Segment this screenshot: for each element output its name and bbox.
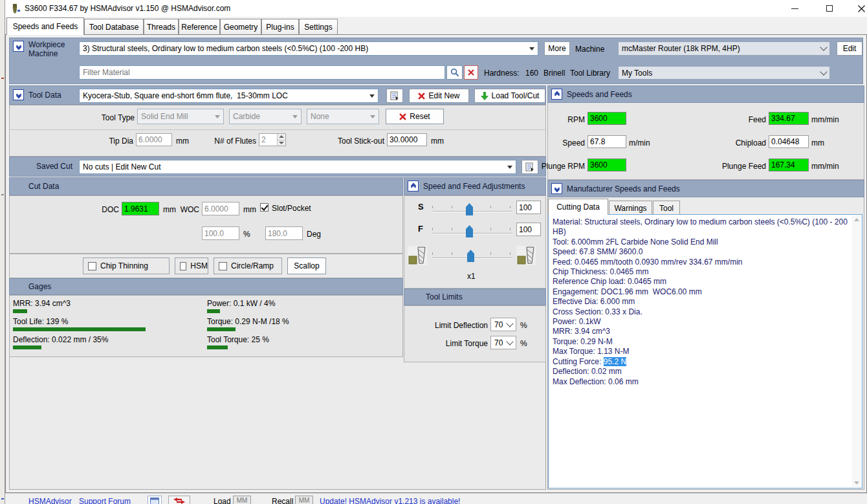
tab-plug-ins[interactable]: Plug-ins bbox=[261, 19, 299, 34]
window-panel-button[interactable] bbox=[148, 496, 162, 504]
hardness-unit: Brinell bbox=[543, 69, 565, 78]
tab-tool[interactable]: Tool bbox=[653, 201, 680, 215]
multiplier-label: x1 bbox=[467, 272, 476, 281]
edit-new-tool-button[interactable]: Edit New bbox=[409, 89, 469, 103]
tab-warnings[interactable]: Warnings bbox=[609, 201, 652, 215]
flutes-stepper[interactable]: 2 bbox=[259, 133, 286, 146]
tool-material-select[interactable]: Carbide bbox=[229, 109, 302, 124]
scroll-up-icon[interactable] bbox=[854, 218, 859, 221]
doc-value: 1.9631 bbox=[124, 204, 148, 214]
background-fragment bbox=[1, 194, 4, 195]
update-link[interactable]: Update! HSMAdvisor v1.213 is available! bbox=[320, 497, 460, 504]
engagement-angle-value: 180.0 bbox=[268, 229, 287, 238]
feed-adjust-input[interactable]: 100 bbox=[516, 223, 541, 236]
select-tool-from-database-button[interactable] bbox=[386, 89, 403, 103]
woc-value: 6.0000 bbox=[204, 204, 228, 214]
chip-thinning-checkbox[interactable] bbox=[88, 262, 96, 270]
plunge-feed-output[interactable]: 167.34 bbox=[769, 159, 809, 171]
tab-threads[interactable]: Threads bbox=[144, 19, 179, 34]
load-units-box[interactable]: MM bbox=[233, 496, 251, 504]
stepper-up-button[interactable] bbox=[278, 134, 285, 140]
speed-input[interactable]: 67.8 bbox=[587, 135, 626, 148]
stickout-unit: mm bbox=[431, 137, 444, 146]
engagement-percent-input[interactable]: 100.0 bbox=[202, 226, 239, 240]
reset-button[interactable]: Reset bbox=[386, 109, 444, 124]
more-button[interactable]: More bbox=[544, 41, 570, 56]
saved-cut-select[interactable]: No cuts | Edit New Cut bbox=[79, 160, 516, 174]
tab-label: Tool bbox=[659, 204, 674, 213]
tool-type-select[interactable]: Solid End Mill bbox=[137, 109, 224, 124]
clear-filter-button[interactable] bbox=[464, 65, 478, 80]
minimize-button[interactable] bbox=[780, 0, 809, 17]
tip-dia-input[interactable]: 6.0000 bbox=[136, 133, 172, 146]
tab-reference[interactable]: Reference bbox=[179, 19, 220, 34]
machine-select[interactable]: mcMaster Router (18k RPM, 4HP) bbox=[618, 41, 830, 56]
feed-output[interactable]: 334.67 bbox=[769, 112, 809, 125]
red-swap-arrows-icon bbox=[173, 498, 185, 504]
gage-deflection-label: Deflection: 0.022 mm / 35% bbox=[13, 335, 108, 344]
hsm-option[interactable]: HSM bbox=[175, 257, 208, 274]
chipload-input[interactable]: 0.04648 bbox=[769, 135, 809, 148]
support-forum-link[interactable]: Support Forum bbox=[79, 497, 131, 504]
doc-input[interactable]: 1.9631 bbox=[122, 202, 159, 215]
stepper-down-button[interactable] bbox=[278, 140, 285, 146]
filter-material-input[interactable] bbox=[79, 65, 445, 80]
limit-deflection-select[interactable]: 70 bbox=[490, 318, 516, 331]
circle-ramp-option[interactable]: Circle/Ramp bbox=[214, 257, 282, 274]
tab-geometry[interactable]: Geometry bbox=[220, 19, 261, 34]
stickout-input[interactable]: 30.0000 bbox=[387, 133, 427, 146]
limit-torque-select[interactable]: 70 bbox=[490, 336, 516, 349]
cutting-data-line: Chip Thickness: 0.0465 mm bbox=[553, 267, 849, 277]
screen: S3600 F334.67 by HSMAdvisor v1.150 @ HSM… bbox=[0, 0, 867, 504]
tool-select[interactable]: Kyocera-Stub, Square end-short 6mm flute… bbox=[79, 89, 379, 103]
tab-speeds-and-feeds[interactable]: Speeds and Feeds bbox=[6, 17, 84, 35]
adjustments-expander-toggle[interactable] bbox=[408, 181, 419, 192]
cutting-data-line: Max Torque: 1.13 N-M bbox=[553, 347, 849, 356]
speeds-section-label: Speeds and Feeds bbox=[567, 90, 632, 99]
slot-pocket-checkbox[interactable] bbox=[260, 203, 269, 212]
limit-deflection-unit: % bbox=[520, 321, 527, 330]
woc-input[interactable]: 6.0000 bbox=[202, 202, 239, 215]
engagement-angle-unit: Deg bbox=[307, 230, 321, 239]
edit-machine-button[interactable]: Edit bbox=[837, 41, 862, 56]
speeds-expander-toggle[interactable] bbox=[551, 89, 562, 100]
cutting-data-line: Max Deflection: 0.06 mm bbox=[553, 377, 849, 387]
scallop-button[interactable]: Scallop bbox=[287, 257, 326, 274]
engagement-angle-input[interactable]: 180.0 bbox=[265, 226, 303, 240]
circle-ramp-checkbox[interactable] bbox=[219, 262, 227, 270]
search-button[interactable] bbox=[446, 65, 463, 80]
speed-adjust-input[interactable]: 100 bbox=[516, 201, 541, 214]
plunge-rpm-output[interactable]: 3600 bbox=[587, 159, 626, 171]
dropdown-arrow-icon bbox=[370, 115, 375, 118]
load-tool-cut-button[interactable]: Load Tool/Cut bbox=[474, 89, 545, 103]
tab-settings[interactable]: Settings bbox=[299, 19, 338, 34]
rpm-output[interactable]: 3600 bbox=[587, 112, 626, 125]
background-fragment bbox=[1, 498, 4, 499]
tab-label: Warnings bbox=[614, 204, 646, 213]
tool-data-expander-toggle[interactable] bbox=[13, 89, 24, 100]
minimize-icon bbox=[791, 8, 798, 9]
material-select[interactable]: 3) Structural steels, Ordinary low to me… bbox=[79, 41, 538, 56]
feed-value: 334.67 bbox=[771, 114, 795, 123]
up-arrow-icon bbox=[279, 135, 284, 138]
tab-cutting-data[interactable]: Cutting Data bbox=[548, 199, 608, 215]
scroll-down-icon[interactable] bbox=[854, 481, 859, 485]
cutting-data-textarea[interactable]: Material: Structural steels, Ordinary lo… bbox=[548, 214, 862, 488]
close-button[interactable] bbox=[850, 0, 867, 17]
tool-coating-select[interactable]: None bbox=[307, 109, 379, 124]
recall-units-box[interactable]: MM bbox=[295, 496, 313, 504]
maximize-button[interactable] bbox=[815, 0, 844, 17]
tool-library-select[interactable]: My Tools bbox=[618, 66, 830, 80]
hsmadvisor-link[interactable]: HSMAdvisor bbox=[28, 497, 72, 504]
heavy-cut-endmill-icon bbox=[516, 246, 536, 265]
swap-units-button[interactable] bbox=[168, 496, 190, 504]
more-button-label: More bbox=[548, 44, 565, 53]
workpiece-expander-toggle[interactable] bbox=[13, 41, 24, 52]
chip-thinning-option[interactable]: Chip Thinning bbox=[83, 257, 170, 274]
tab-tool-database[interactable]: Tool Database bbox=[84, 19, 144, 34]
cut-data-section-header bbox=[9, 177, 403, 195]
hsm-checkbox[interactable] bbox=[180, 262, 186, 270]
down-arrow-icon bbox=[279, 142, 284, 144]
manufacturer-expander-toggle[interactable] bbox=[551, 183, 562, 194]
scrollbar[interactable] bbox=[852, 215, 861, 487]
